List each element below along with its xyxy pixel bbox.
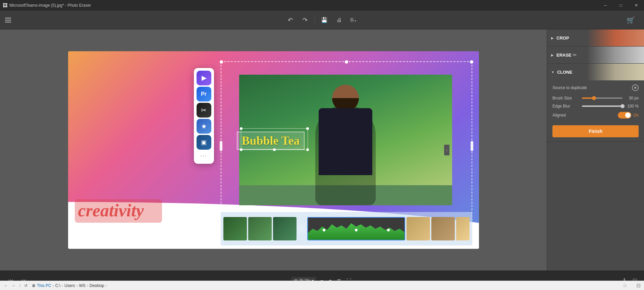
handle-top-middle[interactable] bbox=[345, 60, 348, 64]
clone-arrow-icon: ▼ bbox=[551, 70, 554, 74]
brush-size-value: 30 px bbox=[625, 96, 639, 100]
text-handle-bm[interactable] bbox=[273, 148, 276, 151]
crop-section-header[interactable]: ▶ CROP bbox=[547, 29, 644, 46]
handle-left-middle[interactable] bbox=[220, 141, 222, 151]
breadcrumb-sep-3: › bbox=[76, 283, 77, 288]
text-handle-br[interactable] bbox=[306, 148, 309, 151]
print-button[interactable]: 🖨 bbox=[332, 13, 346, 27]
text-handle-tr[interactable] bbox=[306, 127, 309, 130]
fcpx-icon: ✂ bbox=[201, 106, 207, 114]
canvas-area: creativity ▶ Pr ✂ ★ ▣ bbox=[0, 29, 547, 271]
crop-header-image bbox=[587, 29, 644, 46]
edge-blur-slider-track[interactable] bbox=[582, 105, 623, 107]
refresh-button[interactable]: ↺ bbox=[23, 283, 29, 289]
breadcrumb-thispc[interactable]: This PC bbox=[37, 283, 51, 288]
filmstrip[interactable]: ♪ bbox=[221, 212, 472, 245]
edge-blur-fill bbox=[582, 105, 623, 107]
app-icon: 🖼 bbox=[3, 3, 7, 8]
view-toggle-button[interactable]: ⊟ bbox=[636, 282, 641, 289]
clone-label: CLONE bbox=[557, 70, 573, 75]
hamburger-line3 bbox=[5, 22, 11, 22]
filmstrip-thumb-4[interactable] bbox=[407, 217, 430, 240]
filmstrip-thumb-3[interactable] bbox=[273, 217, 297, 240]
titlebar: 🖼 MicrosoftTeams-image (5).jpg* - Photo … bbox=[0, 0, 644, 11]
text-handle-bl[interactable] bbox=[240, 148, 243, 151]
panel-expand-arrow[interactable]: › bbox=[444, 145, 449, 155]
handle-right-middle[interactable] bbox=[471, 141, 473, 151]
forward-button[interactable]: → bbox=[10, 283, 17, 289]
minimize-button[interactable]: ─ bbox=[598, 0, 613, 11]
restore-button[interactable]: □ bbox=[613, 0, 629, 11]
clone-header-image bbox=[587, 64, 644, 80]
premiere-label: Pr bbox=[201, 91, 207, 97]
clone-section-header[interactable]: ▼ CLONE bbox=[547, 64, 644, 80]
app-dock: ▶ Pr ✂ ★ ▣ ··· bbox=[194, 68, 214, 164]
text-handle-tl[interactable] bbox=[240, 127, 243, 130]
up-button[interactable]: ↑ bbox=[17, 283, 22, 289]
brush-size-slider-track[interactable] bbox=[582, 97, 623, 99]
aligned-label: Aligned bbox=[552, 113, 618, 118]
crop-arrow-icon: ▶ bbox=[551, 36, 554, 40]
dock-icon-camrec[interactable]: ▣ bbox=[197, 135, 211, 150]
source-label: Source to duplicate bbox=[552, 85, 632, 90]
aligned-on-label: On bbox=[633, 113, 639, 118]
erase-section: ▶ ERASE ✏ bbox=[547, 47, 644, 64]
breadcrumb-sep-5: › bbox=[106, 283, 107, 288]
breadcrumb-folder-icon: 🖥 bbox=[32, 283, 36, 288]
source-row: Source to duplicate bbox=[552, 84, 639, 91]
cart-button[interactable]: 🛒 bbox=[624, 13, 637, 27]
text-selection-box[interactable] bbox=[241, 128, 308, 150]
waveform-dot-1 bbox=[323, 229, 325, 231]
edge-blur-thumb[interactable] bbox=[621, 104, 625, 108]
breadcrumb-users[interactable]: Users bbox=[64, 283, 75, 288]
menu-hamburger[interactable] bbox=[3, 15, 13, 25]
dock-icon-star[interactable]: ★ bbox=[197, 119, 211, 134]
edge-blur-label: Edge Blur bbox=[552, 104, 579, 108]
breadcrumb-navigation: ← → ↑ ↺ bbox=[3, 283, 29, 289]
dock-icon-purple[interactable]: ▶ bbox=[197, 71, 211, 85]
handle-top-right[interactable] bbox=[470, 60, 473, 64]
clone-section: ▼ CLONE Source to duplicate Brush Size bbox=[547, 64, 644, 142]
erase-header-image bbox=[587, 47, 644, 63]
filmstrip-thumb-5[interactable] bbox=[431, 217, 455, 240]
edge-blur-value: 100 % bbox=[625, 104, 639, 108]
clone-panel-content: Source to duplicate Brush Size 30 px Edg… bbox=[547, 80, 644, 141]
redo-button[interactable]: ↷ bbox=[299, 13, 312, 27]
finish-button[interactable]: Finish bbox=[552, 125, 639, 137]
toggle-knob bbox=[625, 113, 631, 118]
erase-section-header[interactable]: ▶ ERASE ✏ bbox=[547, 47, 644, 63]
crop-label: CROP bbox=[556, 35, 569, 41]
toolbar-left bbox=[3, 15, 13, 25]
close-button[interactable]: ✕ bbox=[629, 0, 644, 11]
dock-icon-fcpx[interactable]: ✂ bbox=[197, 103, 211, 118]
breadcrumb-bar: ← → ↑ ↺ 🖥 This PC › C:\ › Users › WS › D… bbox=[0, 281, 644, 290]
brush-size-thumb[interactable] bbox=[592, 96, 596, 100]
star-icon: ★ bbox=[201, 122, 207, 130]
breadcrumb-desktop[interactable]: Desktop bbox=[90, 283, 104, 288]
breadcrumb-drive[interactable]: C:\ bbox=[55, 283, 60, 288]
music-note-icon: ♪ bbox=[298, 225, 306, 233]
save-button[interactable]: 💾 bbox=[318, 13, 331, 27]
filmstrip-thumb-6[interactable] bbox=[456, 217, 470, 240]
toolbar-divider-1 bbox=[315, 15, 315, 25]
handle-top-left[interactable] bbox=[220, 60, 223, 64]
share-button[interactable]: ⎘▾ bbox=[347, 13, 361, 27]
dock-more-button[interactable]: ··· bbox=[197, 151, 211, 161]
filmstrip-thumb-2[interactable] bbox=[248, 217, 272, 240]
brush-size-row: Brush Size 30 px bbox=[552, 96, 639, 100]
hamburger-line1 bbox=[5, 18, 11, 18]
filmstrip-thumb-1[interactable] bbox=[223, 217, 247, 240]
back-button[interactable]: ← bbox=[3, 283, 9, 289]
toolbar: ↶ ↷ 💾 🖨 ⎘▾ 🛒 bbox=[0, 11, 644, 29]
erase-label: ERASE bbox=[556, 53, 572, 58]
aligned-toggle[interactable] bbox=[618, 112, 631, 119]
favorite-button[interactable]: ☆ bbox=[623, 282, 627, 289]
dock-icon-premiere[interactable]: Pr bbox=[197, 87, 211, 101]
play-icon: ▶ bbox=[202, 74, 206, 82]
more-dots-icon: ··· bbox=[201, 153, 207, 159]
source-target-icon[interactable] bbox=[632, 84, 639, 91]
breadcrumb-sep-2: › bbox=[62, 283, 63, 288]
undo-button[interactable]: ↶ bbox=[284, 13, 297, 27]
filmstrip-waveform[interactable] bbox=[307, 217, 405, 240]
breadcrumb-username[interactable]: WS bbox=[79, 283, 85, 288]
